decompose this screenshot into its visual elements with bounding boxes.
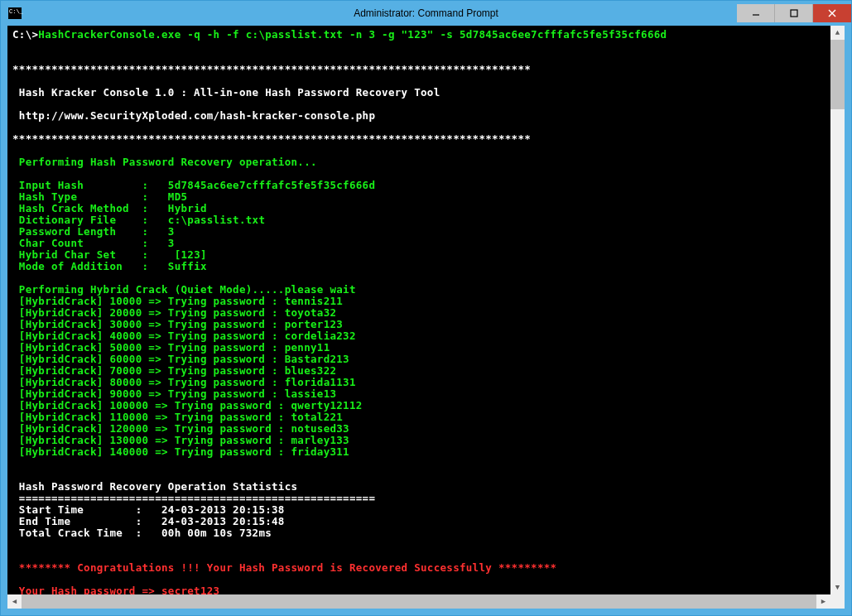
- param-line: Hash Type : MD5: [12, 190, 187, 203]
- console-output[interactable]: C:\>HashCrackerConsole.exe -q -h -f c:\p…: [7, 26, 830, 594]
- scroll-up-arrow-icon[interactable]: ▲: [830, 26, 845, 40]
- console-wrap: C:\>HashCrackerConsole.exe -q -h -f c:\p…: [7, 26, 845, 594]
- vscroll-thumb[interactable]: [830, 40, 845, 109]
- svg-rect-1: [791, 10, 797, 17]
- stat-line: Total Crack Time : 00h 00m 10s 732ms: [12, 527, 272, 539]
- vscroll-track[interactable]: [830, 40, 845, 580]
- param-line: Hash Crack Method : Hybrid: [12, 202, 207, 214]
- scroll-down-arrow-icon[interactable]: ▼: [830, 580, 845, 594]
- prompt-line: C:\>HashCrackerConsole.exe -q -h -f c:\p…: [12, 28, 667, 41]
- param-line: Dictionary File : c:\passlist.txt: [12, 214, 265, 226]
- titlebar[interactable]: Administrator: Command Prompt: [1, 1, 851, 26]
- cmd-icon: [8, 7, 22, 19]
- param-line: Mode of Addition : Suffix: [12, 260, 207, 272]
- stat-line: End Time : 24-03-2013 20:15:48: [12, 515, 285, 527]
- window-title: Administrator: Command Prompt: [354, 7, 498, 19]
- param-line: Input Hash : 5d7845ac6ee7cfffafc5fe5f35c…: [12, 179, 375, 191]
- maximize-icon: [790, 9, 798, 17]
- param-line: Char Count : 3: [12, 237, 175, 249]
- scroll-corner: [830, 594, 845, 609]
- client-area: C:\>HashCrackerConsole.exe -q -h -f c:\p…: [1, 26, 851, 615]
- minimize-button[interactable]: [737, 4, 775, 22]
- stat-line: Start Time : 24-03-2013 20:15:38: [12, 503, 285, 516]
- maximize-button[interactable]: [775, 4, 813, 22]
- window-controls: [737, 4, 851, 22]
- scroll-right-arrow-icon[interactable]: ▶: [816, 594, 830, 609]
- scroll-left-arrow-icon[interactable]: ◀: [7, 594, 22, 609]
- param-line: Password Length : 3: [12, 225, 175, 238]
- minimize-icon: [752, 9, 760, 17]
- hscroll-thumb[interactable]: [22, 594, 816, 609]
- vertical-scrollbar[interactable]: ▲ ▼: [830, 26, 845, 594]
- param-line: Hybrid Char Set : [123]: [12, 248, 207, 261]
- close-button[interactable]: [813, 4, 851, 22]
- hscroll-track[interactable]: [22, 594, 816, 609]
- window-frame: Administrator: Command Prompt C:\>HashCr…: [0, 0, 852, 616]
- close-icon: [828, 9, 836, 17]
- horizontal-scrollbar[interactable]: ◀ ▶: [7, 594, 845, 609]
